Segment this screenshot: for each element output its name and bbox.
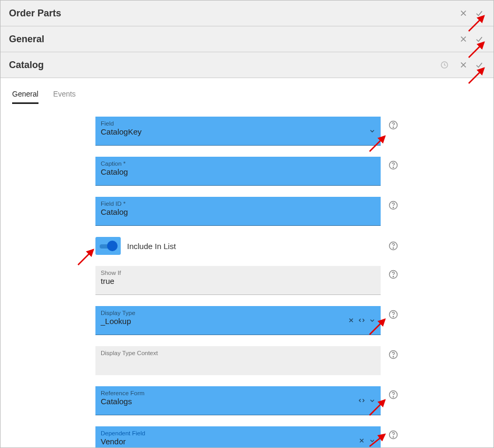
breadcrumb-general: General bbox=[1, 26, 493, 52]
svg-point-4 bbox=[393, 167, 393, 168]
help-icon[interactable] bbox=[388, 309, 399, 320]
field-value: Catalog bbox=[101, 207, 375, 216]
field-label: Show If bbox=[101, 270, 375, 276]
toggle-label: Include In List bbox=[127, 242, 381, 251]
chevron-down-icon[interactable] bbox=[368, 316, 376, 325]
chevron-down-icon[interactable] bbox=[368, 127, 376, 135]
help-icon[interactable] bbox=[388, 200, 399, 211]
field-display-type[interactable]: Display Type _Lookup bbox=[95, 306, 381, 335]
field-value: CatalogKey bbox=[101, 127, 375, 136]
field-caption[interactable]: Caption * Catalog bbox=[95, 157, 381, 186]
clear-icon[interactable] bbox=[347, 316, 355, 325]
svg-point-2 bbox=[393, 127, 393, 128]
breadcrumb-title: General bbox=[9, 34, 456, 45]
svg-point-10 bbox=[393, 277, 393, 277]
close-button[interactable] bbox=[456, 31, 471, 47]
field-field-id[interactable]: Field ID * Catalog bbox=[95, 197, 381, 226]
help-icon[interactable] bbox=[388, 389, 399, 400]
help-icon[interactable] bbox=[388, 160, 399, 170]
close-button[interactable] bbox=[456, 57, 471, 73]
help-icon[interactable] bbox=[388, 349, 399, 360]
clear-icon[interactable] bbox=[357, 436, 366, 445]
help-icon[interactable] bbox=[388, 430, 399, 440]
field-value: Catalog bbox=[101, 167, 375, 176]
svg-point-8 bbox=[393, 248, 393, 249]
svg-point-6 bbox=[393, 207, 393, 208]
history-icon[interactable] bbox=[437, 57, 452, 73]
svg-point-18 bbox=[393, 437, 393, 437]
field-label: Display Type Context bbox=[101, 350, 375, 356]
field-dependent-field[interactable]: Dependent Field Vendor bbox=[95, 426, 381, 447]
confirm-button[interactable] bbox=[471, 57, 487, 73]
field-label: Field bbox=[101, 120, 375, 127]
help-icon[interactable] bbox=[388, 269, 399, 280]
chevron-down-icon[interactable] bbox=[368, 396, 376, 405]
form-scroll[interactable]: Field CatalogKey Caption * Catalog Field… bbox=[1, 106, 493, 447]
field-field[interactable]: Field CatalogKey bbox=[95, 117, 381, 146]
field-show-if[interactable]: Show If true bbox=[95, 266, 381, 295]
breadcrumb-order-parts: Order Parts bbox=[1, 1, 493, 26]
help-icon[interactable] bbox=[388, 241, 399, 251]
svg-point-16 bbox=[393, 397, 393, 397]
breadcrumb-title: Catalog bbox=[9, 60, 437, 71]
tabs: General Events bbox=[1, 88, 493, 104]
tab-general[interactable]: General bbox=[12, 88, 38, 104]
chevron-down-icon[interactable] bbox=[368, 436, 376, 445]
field-label: Reference Form bbox=[101, 390, 375, 396]
field-label: Field ID * bbox=[101, 201, 375, 207]
field-label: Dependent Field bbox=[101, 430, 375, 436]
svg-point-14 bbox=[393, 357, 393, 357]
code-icon[interactable] bbox=[357, 396, 366, 405]
field-value: Vendor bbox=[101, 437, 375, 446]
svg-point-12 bbox=[393, 317, 393, 317]
field-display-type-context[interactable]: Display Type Context bbox=[95, 346, 381, 375]
breadcrumb-title: Order Parts bbox=[9, 8, 456, 19]
help-icon[interactable] bbox=[388, 120, 399, 130]
breadcrumb-catalog: Catalog bbox=[1, 52, 493, 78]
confirm-button[interactable] bbox=[471, 31, 487, 47]
field-reference-form[interactable]: Reference Form Catalogs bbox=[95, 386, 381, 415]
tab-events[interactable]: Events bbox=[53, 88, 76, 104]
field-label: Display Type bbox=[101, 310, 375, 316]
field-label: Caption * bbox=[101, 160, 375, 167]
confirm-button[interactable] bbox=[471, 5, 487, 21]
code-icon[interactable] bbox=[357, 316, 366, 325]
field-value: Catalogs bbox=[101, 397, 375, 406]
field-value: _Lookup bbox=[101, 317, 375, 326]
field-value: true bbox=[101, 277, 375, 285]
close-button[interactable] bbox=[456, 5, 471, 21]
toggle-include-in-list[interactable] bbox=[95, 237, 121, 255]
